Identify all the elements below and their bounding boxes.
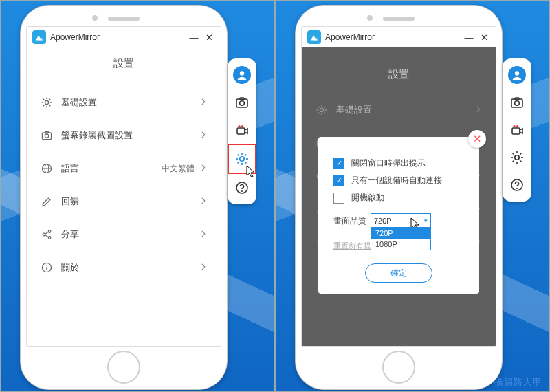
- row-record-settings[interactable]: 螢幕錄製截圖設置: [39, 119, 208, 152]
- gear-icon: [39, 96, 54, 109]
- quality-dropdown: 720P 1080P: [371, 227, 431, 250]
- pencil-icon: [39, 195, 54, 208]
- checkbox-icon: ✓: [333, 158, 344, 169]
- ok-button[interactable]: 確定: [365, 263, 432, 283]
- checkbox-auto-connect[interactable]: ✓ 只有一個設備時自動連接: [333, 175, 464, 186]
- row-basic-settings[interactable]: 基礎設置: [39, 86, 208, 119]
- title-bar: ApowerMirror — ✕: [302, 27, 496, 47]
- toolbar-settings[interactable]: [503, 144, 531, 171]
- checkbox-label: 開機啟動: [351, 192, 384, 204]
- checkbox-label: 只有一個設備時自動連接: [351, 175, 442, 186]
- checkbox-close-prompt[interactable]: ✓ 關閉窗口時彈出提示: [333, 157, 464, 169]
- app-screen: ApowerMirror — ✕ 設置 基礎設置 螢幕錄製截圖設置: [26, 26, 221, 347]
- settings-dialog: ✕ ✓ 關閉窗口時彈出提示 ✓ 只有一個設備時自動連接 開機啟動: [318, 137, 479, 294]
- toolbar: [503, 58, 531, 202]
- row-label: 語言: [61, 162, 162, 175]
- checkbox-label: 關閉窗口時彈出提示: [351, 157, 426, 169]
- home-button[interactable]: [107, 351, 140, 384]
- toolbar-avatar[interactable]: [228, 61, 256, 89]
- chevron-right-icon: [199, 229, 208, 241]
- minimize-button[interactable]: —: [188, 31, 200, 43]
- toolbar-avatar[interactable]: [503, 61, 531, 89]
- close-button[interactable]: ✕: [478, 31, 490, 43]
- share-icon: [39, 228, 54, 241]
- page-title: 設置: [314, 58, 483, 94]
- left-screenshot: ApowerMirror — ✕ 設置 基礎設置 螢幕錄製截圖設置: [0, 0, 275, 392]
- toolbar: [228, 58, 256, 204]
- phone-frame: ApowerMirror — ✕ 設置 基礎設置 螢幕錄製截圖設置: [20, 5, 228, 390]
- row-label: 螢幕錄製截圖設置: [61, 129, 199, 142]
- app-logo-icon: [32, 30, 46, 44]
- close-button[interactable]: ✕: [203, 31, 215, 43]
- row-label: 關於: [61, 261, 199, 274]
- row-feedback[interactable]: 回饋: [39, 185, 208, 218]
- row-label: 分享: [61, 228, 199, 241]
- camera-icon: [39, 129, 54, 142]
- settings-list: 基礎設置 螢幕錄製截圖設置 語言 中文繁體: [27, 85, 221, 284]
- row-label: 基礎設置: [61, 96, 199, 109]
- quality-label: 畫面品質: [333, 215, 366, 227]
- checkbox-startup[interactable]: 開機啟動: [333, 192, 464, 204]
- toolbar-settings[interactable]: [228, 144, 256, 174]
- chevron-right-icon: [199, 163, 208, 175]
- info-icon: [39, 261, 54, 274]
- row-share[interactable]: 分享: [39, 218, 208, 251]
- quality-option-1080p[interactable]: 1080P: [371, 239, 430, 250]
- toolbar-record[interactable]: [503, 116, 531, 144]
- globe-icon: [39, 162, 54, 175]
- title-bar: ApowerMirror — ✕: [27, 27, 221, 47]
- app-title: ApowerMirror: [325, 32, 375, 42]
- toolbar-help[interactable]: [228, 174, 256, 202]
- checkbox-icon: ✓: [333, 175, 344, 186]
- row-label: 回饋: [61, 195, 199, 208]
- toolbar-help[interactable]: [503, 171, 531, 199]
- phone-frame: ApowerMirror — ✕ 設置 基礎設置 螢幕錄製截圖設置 語言 回饋 …: [295, 5, 503, 390]
- chevron-right-icon: [199, 262, 208, 274]
- chevron-down-icon: ▾: [424, 217, 428, 224]
- quality-option-720p[interactable]: 720P: [371, 228, 430, 239]
- user-icon: [508, 66, 526, 84]
- user-icon: [233, 66, 251, 84]
- ghost-row: 基礎設置: [314, 94, 483, 127]
- checkbox-icon: [333, 193, 344, 204]
- toolbar-record[interactable]: [228, 116, 256, 144]
- minimize-button[interactable]: —: [463, 31, 475, 43]
- chevron-right-icon: [199, 130, 208, 142]
- page-title: 設置: [27, 47, 221, 83]
- quality-select[interactable]: 720P ▾: [371, 213, 431, 228]
- toolbar-screenshot[interactable]: [228, 89, 256, 116]
- home-button[interactable]: [382, 351, 415, 384]
- chevron-right-icon: [199, 196, 208, 208]
- app-title: ApowerMirror: [50, 32, 100, 42]
- language-value: 中文繁體: [162, 163, 195, 175]
- quality-value: 720P: [374, 217, 392, 225]
- chevron-right-icon: [199, 97, 208, 109]
- row-language[interactable]: 語言 中文繁體: [39, 152, 208, 185]
- toolbar-screenshot[interactable]: [503, 89, 531, 116]
- app-logo-icon: [307, 30, 321, 44]
- right-screenshot: ApowerMirror — ✕ 設置 基礎設置 螢幕錄製截圖設置 語言 回饋 …: [275, 0, 550, 392]
- dialog-close-button[interactable]: ✕: [468, 130, 486, 148]
- row-about[interactable]: 關於: [39, 251, 208, 284]
- app-screen: ApowerMirror — ✕ 設置 基礎設置 螢幕錄製截圖設置 語言 回饋 …: [301, 26, 496, 347]
